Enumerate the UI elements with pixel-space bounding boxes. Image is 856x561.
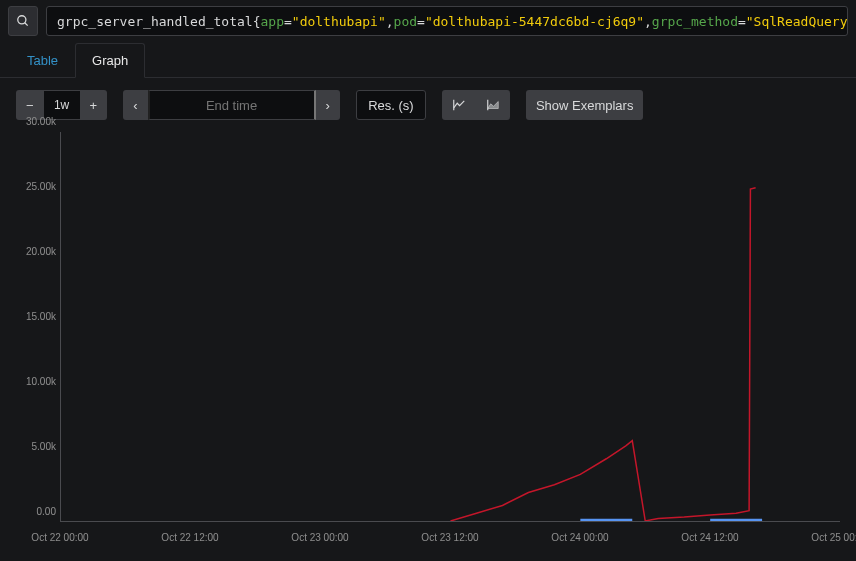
graph-toolbar: − 1w + ‹ › Res. (s) Show Exemplars bbox=[0, 78, 856, 132]
chart-svg bbox=[61, 132, 840, 521]
x-tick-label: Oct 22 12:00 bbox=[161, 532, 218, 543]
time-prev-button[interactable]: ‹ bbox=[123, 90, 147, 120]
y-tick-label: 20.00k bbox=[26, 246, 56, 257]
x-tick-label: Oct 23 00:00 bbox=[291, 532, 348, 543]
show-exemplars-button[interactable]: Show Exemplars bbox=[526, 90, 644, 120]
y-tick-label: 5.00k bbox=[32, 441, 56, 452]
x-axis: Oct 22 00:00Oct 22 12:00Oct 23 00:00Oct … bbox=[60, 526, 840, 552]
view-tabs: Table Graph bbox=[0, 42, 856, 78]
end-time-input[interactable] bbox=[148, 90, 316, 120]
expression-input[interactable]: grpc_server_handled_total{app="dolthubap… bbox=[46, 6, 848, 36]
x-tick-label: Oct 22 00:00 bbox=[31, 532, 88, 543]
y-tick-label: 15.00k bbox=[26, 311, 56, 322]
end-time-group: ‹ › bbox=[123, 90, 340, 120]
tab-graph[interactable]: Graph bbox=[75, 43, 145, 78]
resolution-button[interactable]: Res. (s) bbox=[356, 90, 426, 120]
line-chart-button[interactable] bbox=[442, 90, 476, 120]
y-axis: 0.005.00k10.00k15.00k20.00k25.00k30.00k bbox=[16, 132, 60, 522]
plot-area[interactable] bbox=[60, 132, 840, 522]
y-tick-label: 10.00k bbox=[26, 376, 56, 387]
x-tick-label: Oct 23 12:00 bbox=[421, 532, 478, 543]
svg-line-1 bbox=[25, 23, 28, 26]
series-red bbox=[451, 188, 756, 521]
x-tick-label: Oct 25 00:00 bbox=[811, 532, 856, 543]
y-tick-label: 25.00k bbox=[26, 181, 56, 192]
svg-point-0 bbox=[18, 16, 26, 24]
chart-panel: 0.005.00k10.00k15.00k20.00k25.00k30.00k … bbox=[16, 132, 840, 552]
tab-table[interactable]: Table bbox=[10, 43, 75, 78]
query-bar: grpc_server_handled_total{app="dolthubap… bbox=[0, 0, 856, 42]
y-tick-label: 0.00 bbox=[37, 506, 56, 517]
range-increase-button[interactable]: + bbox=[80, 90, 108, 120]
area-chart-icon bbox=[486, 98, 500, 112]
query-metric: grpc_server_handled_total bbox=[57, 14, 253, 29]
x-tick-label: Oct 24 12:00 bbox=[681, 532, 738, 543]
x-tick-label: Oct 24 00:00 bbox=[551, 532, 608, 543]
search-icon bbox=[16, 14, 30, 28]
y-tick-label: 30.00k bbox=[26, 116, 56, 127]
time-next-button[interactable]: › bbox=[316, 90, 340, 120]
stacked-chart-button[interactable] bbox=[476, 90, 510, 120]
execute-query-button[interactable] bbox=[8, 6, 38, 36]
chart-mode-group bbox=[442, 90, 510, 120]
line-chart-icon bbox=[452, 98, 466, 112]
